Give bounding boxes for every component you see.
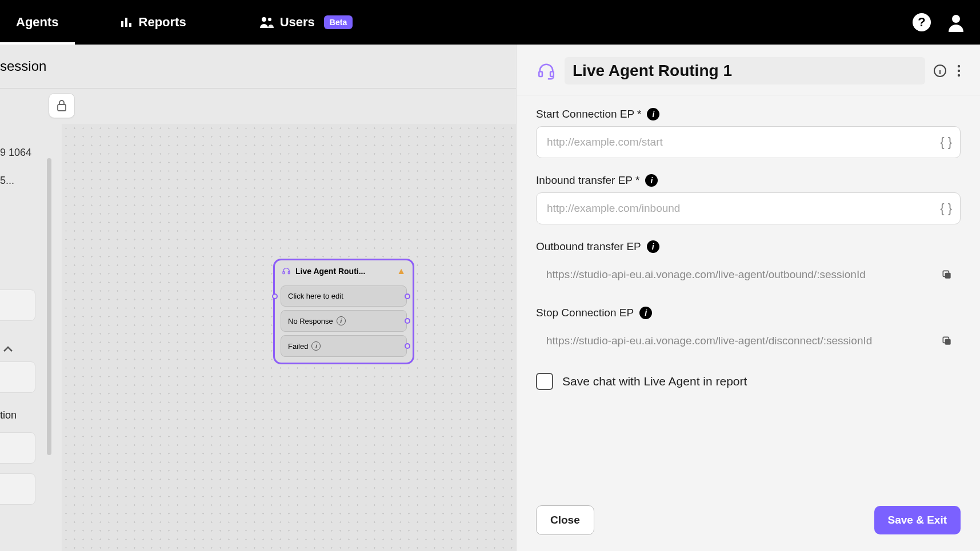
help-button[interactable]: ?	[910, 11, 933, 34]
sidebar-card-3[interactable]	[0, 432, 35, 464]
svg-point-18	[958, 74, 960, 77]
field-label-text: Outbound transfer EP	[536, 240, 641, 253]
field-input-wrap: { }	[536, 126, 961, 158]
node-row-label: Failed	[288, 342, 308, 351]
users-icon	[259, 15, 274, 29]
params-button[interactable]: { }	[940, 201, 952, 216]
field-readonly-wrap: https://studio-api-eu.ai.vonage.com/live…	[536, 325, 961, 357]
field-input-wrap: { }	[536, 192, 961, 224]
node-row-noresponse[interactable]: No Response i	[281, 310, 407, 332]
sidebar-collapse-1[interactable]	[0, 341, 34, 357]
nav-label: Users	[280, 15, 315, 30]
field-stop-connection: Stop Connection EP i https://studio-api-…	[536, 307, 961, 357]
port-out[interactable]	[405, 293, 410, 299]
svg-rect-0	[121, 21, 123, 27]
info-icon: i	[311, 341, 321, 351]
beta-badge: Beta	[324, 15, 353, 29]
nav-item-agents[interactable]: Agents	[0, 0, 75, 45]
headset-icon	[536, 61, 557, 81]
panel-body: Start Connection EP * i { } Inbound tran…	[517, 95, 980, 495]
stop-connection-value: https://studio-api-eu.ai.vonage.com/live…	[546, 335, 930, 347]
chevron-up-icon	[0, 341, 16, 357]
outbound-transfer-value: https://studio-api-eu.ai.vonage.com/live…	[546, 268, 930, 281]
checkbox-row: Save chat with Live Agent in report	[536, 373, 961, 390]
node-row-label: Click here to edit	[288, 292, 343, 300]
inbound-transfer-input[interactable]	[547, 202, 929, 215]
top-nav: Agents Reports Users Beta ?	[0, 0, 980, 45]
info-icon[interactable]: i	[647, 240, 659, 253]
copy-icon	[941, 269, 953, 280]
help-icon: ?	[912, 13, 931, 32]
save-chat-checkbox[interactable]	[536, 373, 553, 390]
copy-button[interactable]	[941, 335, 953, 347]
nav-left: Agents Reports Users Beta	[0, 0, 369, 45]
svg-point-17	[958, 70, 960, 72]
params-button[interactable]: { }	[940, 135, 952, 150]
field-label-text: Inbound transfer EP *	[536, 174, 639, 187]
info-icon: i	[337, 316, 346, 325]
panel-footer: Close Save & Exit	[517, 495, 980, 551]
info-icon[interactable]: i	[639, 307, 652, 319]
nav-label: Reports	[139, 15, 186, 30]
copy-icon	[941, 335, 953, 347]
node-header[interactable]: Live Agent Routi... ▲	[275, 260, 413, 282]
info-icon[interactable]: i	[645, 174, 658, 187]
svg-rect-11	[283, 272, 285, 274]
field-readonly-wrap: https://studio-api-eu.ai.vonage.com/live…	[536, 259, 961, 291]
headset-icon	[282, 267, 291, 276]
port-out[interactable]	[405, 318, 410, 324]
checkbox-label: Save chat with Live Agent in report	[562, 375, 747, 388]
node-row-label: No Response	[288, 317, 333, 325]
sidebar-card-4[interactable]	[0, 473, 35, 505]
user-icon	[946, 13, 966, 32]
more-button[interactable]	[957, 64, 961, 78]
left-sidebar: 9 1064 5... tion	[0, 124, 53, 551]
lock-icon	[57, 100, 67, 111]
info-icon[interactable]: i	[647, 108, 659, 120]
svg-rect-13	[539, 71, 542, 77]
svg-point-4	[268, 18, 271, 21]
field-label-text: Stop Connection EP	[536, 307, 634, 319]
svg-point-3	[262, 17, 266, 22]
node-live-agent-routing[interactable]: Live Agent Routi... ▲ Click here to edit…	[273, 259, 414, 364]
port-out[interactable]	[405, 343, 410, 349]
svg-rect-1	[125, 18, 127, 27]
profile-button[interactable]	[945, 11, 967, 34]
sidebar-text-1: 9 1064	[0, 124, 49, 159]
nav-right: ?	[910, 11, 967, 34]
side-panel: Start Connection EP * i { } Inbound tran…	[516, 45, 980, 551]
nav-item-users[interactable]: Users Beta	[243, 0, 369, 45]
workspace-title: session	[0, 58, 46, 74]
info-button[interactable]	[933, 64, 947, 78]
sidebar-card-2[interactable]	[0, 361, 35, 393]
svg-point-16	[958, 65, 960, 67]
copy-button[interactable]	[941, 269, 953, 280]
field-start-connection: Start Connection EP * i { }	[536, 108, 961, 158]
lock-button[interactable]	[49, 93, 75, 118]
save-exit-button[interactable]: Save & Exit	[874, 506, 961, 534]
port-in[interactable]	[272, 293, 278, 299]
node-row-failed[interactable]: Failed i	[281, 335, 407, 357]
nav-label: Agents	[16, 15, 59, 30]
node-row-edit[interactable]: Click here to edit	[281, 285, 407, 307]
svg-text:?: ?	[918, 15, 925, 29]
warning-icon: ▲	[397, 266, 406, 276]
braces-icon: { }	[940, 135, 952, 150]
field-outbound-transfer: Outbound transfer EP i https://studio-ap…	[536, 240, 961, 291]
svg-rect-14	[550, 71, 554, 77]
svg-rect-2	[129, 23, 131, 27]
sidebar-card-1[interactable]	[0, 289, 35, 321]
close-button[interactable]: Close	[536, 505, 594, 535]
scrollbar[interactable]	[47, 158, 51, 455]
sidebar-row-label[interactable]: tion	[0, 409, 34, 421]
info-icon	[933, 64, 947, 78]
svg-rect-21	[945, 339, 951, 345]
start-connection-input[interactable]	[547, 136, 929, 148]
more-vertical-icon	[957, 64, 961, 78]
svg-rect-12	[288, 272, 290, 274]
panel-title-input[interactable]	[565, 57, 925, 85]
node-title: Live Agent Routi...	[295, 267, 392, 276]
panel-header	[517, 45, 980, 95]
nav-item-reports[interactable]: Reports	[103, 0, 202, 45]
svg-rect-10	[58, 104, 66, 111]
